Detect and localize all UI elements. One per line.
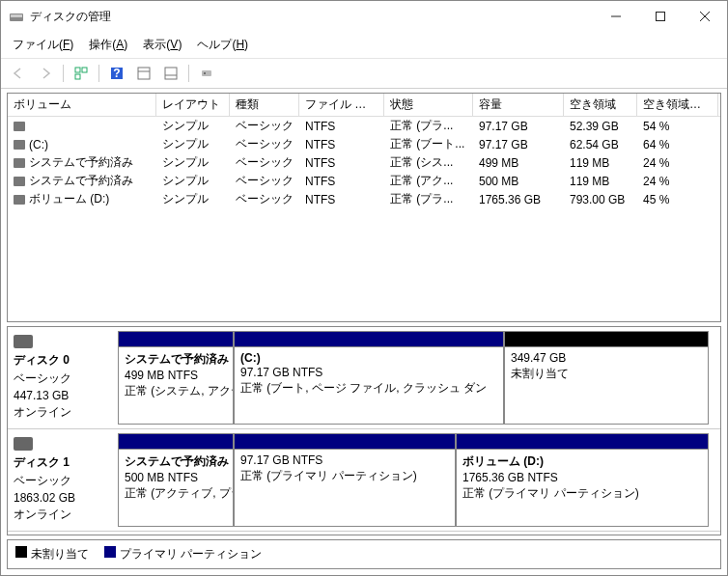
table-row[interactable]: シンプルベーシックNTFS正常 (プラ...97.17 GB52.39 GB54…: [8, 117, 720, 135]
svg-rect-6: [75, 68, 80, 72]
svg-rect-3: [657, 13, 665, 21]
volume-icon: [14, 158, 25, 168]
disk-info[interactable]: ディスク 1ベーシック1863.02 GBオンライン: [12, 433, 114, 527]
legend: 未割り当て プライマリ パーティション: [7, 539, 721, 569]
legend-unallocated: 未割り当て: [15, 546, 89, 562]
toolbar-panel2-icon[interactable]: [159, 63, 182, 84]
disk-icon: [14, 335, 33, 348]
col-layout[interactable]: レイアウト: [156, 94, 230, 116]
partition-strip: [504, 331, 709, 346]
svg-rect-13: [165, 68, 177, 79]
disk-row: ディスク 0ベーシック447.13 GBオンラインシステムで予約済み499 MB…: [8, 327, 720, 429]
svg-point-16: [204, 72, 206, 74]
table-row[interactable]: システムで予約済みシンプルベーシックNTFS正常 (シス...499 MB119…: [8, 153, 720, 172]
column-headers: ボリューム レイアウト 種類 ファイル システム 状態 容量 空き領域 空き領域…: [8, 94, 720, 117]
col-status[interactable]: 状態: [384, 94, 473, 116]
col-volume[interactable]: ボリューム: [8, 94, 156, 116]
partition-strip: [118, 331, 234, 346]
disk-info[interactable]: ディスク 0ベーシック447.13 GBオンライン: [12, 331, 114, 425]
app-icon: [9, 9, 24, 24]
partition[interactable]: 349.47 GB未割り当て: [504, 346, 709, 425]
partition-strip: [456, 433, 709, 449]
svg-rect-1: [11, 14, 22, 17]
table-row[interactable]: (C:)シンプルベーシックNTFS正常 (ブート...97.17 GB62.54…: [8, 135, 720, 153]
back-button[interactable]: [7, 63, 30, 84]
toolbar-separator: [63, 65, 64, 82]
partition-strip: [234, 331, 504, 346]
legend-primary: プライマリ パーティション: [104, 546, 262, 562]
disk-icon: [14, 437, 33, 451]
toolbar-view-icon[interactable]: [70, 63, 93, 84]
menu-action[interactable]: 操作(A): [83, 34, 133, 56]
menu-file[interactable]: ファイル(F): [7, 34, 79, 56]
col-free[interactable]: 空き領域: [564, 94, 637, 116]
svg-rect-11: [138, 68, 150, 79]
volume-icon: [14, 195, 25, 205]
svg-rect-7: [82, 68, 87, 72]
title-bar: ディスクの管理: [1, 1, 727, 32]
partition[interactable]: 97.17 GB NTFS正常 (プライマリ パーティション): [234, 449, 456, 527]
svg-rect-15: [202, 70, 211, 76]
svg-rect-8: [75, 74, 80, 79]
window-title: ディスクの管理: [30, 9, 594, 25]
table-row[interactable]: ボリューム (D:)シンプルベーシックNTFS正常 (プラ...1765.36 …: [8, 190, 720, 208]
volume-icon: [14, 140, 25, 150]
partition-strip: [234, 433, 456, 449]
volume-rows: シンプルベーシックNTFS正常 (プラ...97.17 GB52.39 GB54…: [8, 117, 720, 321]
volume-icon: [14, 177, 25, 186]
primary-swatch: [104, 546, 116, 558]
toolbar: ?: [1, 59, 727, 89]
col-fs[interactable]: ファイル システム: [299, 94, 384, 116]
menu-help[interactable]: ヘルプ(H): [191, 34, 254, 56]
partition[interactable]: (C:)97.17 GB NTFS正常 (ブート, ページ ファイル, クラッシ…: [234, 346, 504, 425]
toolbar-separator: [188, 65, 189, 82]
partition-strip: [118, 433, 234, 449]
col-type[interactable]: 種類: [230, 94, 299, 116]
help-icon[interactable]: ?: [105, 63, 128, 84]
maximize-button[interactable]: [638, 2, 683, 31]
properties-icon[interactable]: [195, 63, 218, 84]
partition[interactable]: ボリューム (D:)1765.36 GB NTFS正常 (プライマリ パーティシ…: [456, 449, 709, 527]
svg-text:?: ?: [113, 67, 120, 80]
close-button[interactable]: [683, 2, 727, 31]
volume-list[interactable]: ボリューム レイアウト 種類 ファイル システム 状態 容量 空き領域 空き領域…: [7, 93, 721, 322]
minimize-button[interactable]: [594, 2, 638, 31]
forward-button[interactable]: [34, 63, 57, 84]
disk-panel[interactable]: ディスク 0ベーシック447.13 GBオンラインシステムで予約済み499 MB…: [7, 326, 721, 535]
col-capacity[interactable]: 容量: [473, 94, 564, 116]
disk-row: ディスク 1ベーシック1863.02 GBオンラインシステムで予約済み500 M…: [8, 429, 720, 532]
menu-view[interactable]: 表示(V): [137, 34, 187, 56]
toolbar-panel-icon[interactable]: [132, 63, 155, 84]
col-pctfree[interactable]: 空き領域の割...: [637, 94, 718, 116]
volume-icon: [14, 122, 25, 131]
menu-bar: ファイル(F) 操作(A) 表示(V) ヘルプ(H): [1, 32, 727, 59]
partition[interactable]: システムで予約済み499 MB NTFS正常 (システム, アクティ: [118, 346, 234, 425]
table-row[interactable]: システムで予約済みシンプルベーシックNTFS正常 (アク...500 MB119…: [8, 172, 720, 190]
partition[interactable]: システムで予約済み500 MB NTFS正常 (アクティブ, プライ: [118, 449, 234, 527]
toolbar-separator: [98, 65, 99, 82]
unallocated-swatch: [15, 546, 27, 558]
